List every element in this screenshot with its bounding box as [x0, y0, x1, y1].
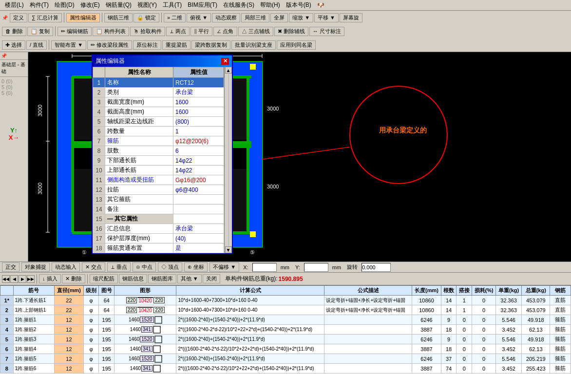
- btn-scale-rebar[interactable]: 缩尺配筋: [90, 274, 118, 283]
- menu-bim[interactable]: BIM应用(T): [185, 1, 220, 9]
- btn-ortho[interactable]: 正交: [2, 262, 19, 272]
- btn-snap[interactable]: 对象捕捉: [21, 262, 50, 272]
- btn-copy[interactable]: 📋 复制: [27, 27, 53, 36]
- btn-point-angle[interactable]: ∠ 点角: [213, 27, 237, 36]
- btn-dynamic-input[interactable]: 动态输入: [52, 262, 80, 272]
- attr-row-value[interactable]: 1: [173, 127, 224, 136]
- attr-row-value[interactable]: φ12@200(6): [173, 136, 224, 146]
- btn-two-point[interactable]: ⊥ 两点: [166, 27, 190, 36]
- btn-batch-id[interactable]: 批量识别梁支座: [231, 40, 276, 50]
- menu-view[interactable]: 视图(Y): [134, 1, 160, 9]
- btn-perpendicular[interactable]: ⊥ 垂点: [107, 262, 131, 272]
- attr-row-value[interactable]: 承台梁: [173, 88, 224, 97]
- nav-first[interactable]: ◀◀: [2, 275, 10, 283]
- attr-table-row[interactable]: 18箍筋贯通布置是: [93, 243, 224, 253]
- menu-draw[interactable]: 绘图(D): [52, 1, 77, 9]
- dialog-scrollbar[interactable]: ▲ ▼: [224, 67, 232, 253]
- btn-screen-rotate[interactable]: 屏幕旋: [340, 13, 362, 22]
- btn-vertex[interactable]: ◇ 顶点: [158, 262, 182, 272]
- attr-table-row[interactable]: 10上部通长筋14φ22: [93, 166, 224, 175]
- layer-select-area[interactable]: 基础层 - 基础: [0, 60, 28, 77]
- btn-select[interactable]: ✚ 选择: [2, 40, 25, 50]
- btn-mod-attr[interactable]: ✏ 修改梁段属性: [87, 40, 132, 50]
- btn-smart-layout[interactable]: 智能布置 ▼: [51, 40, 86, 50]
- attr-row-value[interactable]: 1600: [173, 107, 224, 117]
- scroll-up[interactable]: ▲: [225, 67, 232, 74]
- menu-version[interactable]: 版本号(B): [283, 1, 314, 9]
- btn-orig-note[interactable]: 原位标注: [133, 40, 161, 50]
- rebar-scroll[interactable]: 筋号 直径(mm) 级别 图号 图形 计算公式 公式描述 长度(mm) 根数 搭…: [0, 285, 571, 392]
- btn-pan[interactable]: 平移 ▼: [314, 13, 339, 22]
- btn-lock[interactable]: 🔒 锁定: [133, 13, 159, 22]
- nav-next[interactable]: ▶: [19, 275, 26, 283]
- attr-row-value[interactable]: 14φ22: [173, 156, 224, 166]
- btn-attr-editor[interactable]: 属性编辑器: [66, 13, 100, 22]
- btn-local-3d[interactable]: 局部三维: [241, 13, 269, 22]
- attr-table-row[interactable]: 13其它箍筋: [93, 195, 224, 205]
- y-input[interactable]: [304, 263, 328, 272]
- btn-3d-rebar[interactable]: 钢筋三维: [104, 13, 133, 22]
- attr-row-value[interactable]: [173, 205, 224, 214]
- x-input[interactable]: [252, 263, 277, 272]
- scroll-down[interactable]: ▼: [225, 246, 232, 253]
- rotate-input[interactable]: [362, 263, 391, 272]
- btn-coord[interactable]: ⊕ 坐标: [184, 262, 208, 272]
- btn-dynamic-obs[interactable]: 动态观察: [212, 13, 240, 22]
- attr-table-row[interactable]: 1名称RCT12: [93, 78, 224, 88]
- btn-del-aux[interactable]: ✖ 删除辅线: [274, 27, 308, 36]
- attr-table-row[interactable]: 7箍筋φ12@200(6): [93, 136, 224, 146]
- attr-row-value[interactable]: [173, 195, 224, 205]
- btn-rebar-lib[interactable]: 钢筋图库: [148, 274, 176, 283]
- btn-edit-rebar[interactable]: ✏ 编辑钢筋: [57, 27, 92, 36]
- btn-other[interactable]: 其他 ▼: [177, 274, 202, 283]
- menu-layers[interactable]: 楼层(L): [2, 1, 27, 9]
- btn-fullscreen[interactable]: 全屏: [270, 13, 288, 22]
- btn-three-point[interactable]: △ 三点辅线: [238, 27, 273, 36]
- dialog-close-button[interactable]: ✕: [221, 58, 229, 65]
- btn-dim[interactable]: ↔ 尺寸标注: [309, 27, 344, 36]
- attr-row-value[interactable]: 6: [173, 146, 224, 156]
- attr-table-row[interactable]: 6跨数量1: [93, 127, 224, 136]
- attr-row-value[interactable]: 14φ22: [173, 166, 224, 175]
- attr-row-value[interactable]: (40): [173, 234, 224, 243]
- btn-define[interactable]: 定义: [10, 13, 27, 22]
- attr-table-row[interactable]: 4截面高度(mm)1600: [93, 107, 224, 117]
- attr-row-value[interactable]: 承台梁: [173, 224, 224, 234]
- btn-re-extract[interactable]: 重提梁筋: [162, 40, 190, 50]
- attr-table-row[interactable]: 12拉筋φ6@400: [93, 185, 224, 195]
- btn-apply-same[interactable]: 应用到同名梁: [277, 40, 316, 50]
- attr-table-row[interactable]: 11侧面构造或受扭筋Gφ16@200: [93, 175, 224, 185]
- btn-pick-comp[interactable]: 🖱 拾取构件: [130, 27, 165, 36]
- btn-line[interactable]: / 直线: [26, 40, 47, 50]
- btn-zoom[interactable]: 缩放 ▼: [289, 13, 313, 22]
- rebar-table-row[interactable]: 1*1跨.下通长筋122φ64 220 10420 220 10*d+1600-…: [0, 296, 571, 305]
- rebar-table-row[interactable]: 51跨.箍筋312φ195 1460 1520 2*((1600-2*40)+(…: [0, 335, 571, 344]
- attr-row-value[interactable]: 1600: [173, 97, 224, 107]
- btn-top-view[interactable]: 俯视 ▼: [187, 13, 211, 22]
- attr-row-value[interactable]: (800): [173, 117, 224, 127]
- attr-row-value[interactable]: RCT12: [173, 78, 224, 88]
- attr-table-row[interactable]: 3截面宽度(mm)1600: [93, 97, 224, 107]
- nav-prev[interactable]: ◀: [10, 275, 18, 283]
- attr-table-row[interactable]: 2类别承台梁: [93, 88, 224, 97]
- attr-row-value[interactable]: [173, 214, 224, 224]
- menu-help[interactable]: 帮助(H): [257, 1, 283, 9]
- attr-table-row[interactable]: 15— 其它属性: [93, 214, 224, 224]
- btn-parallel[interactable]: ∥ 平行: [190, 27, 212, 36]
- btn-no-offset[interactable]: 不偏移 ▼: [209, 262, 239, 272]
- attr-row-value[interactable]: 是: [173, 243, 224, 253]
- attr-table-row[interactable]: 17保护层厚度(mm)(40): [93, 234, 224, 243]
- attr-table-row[interactable]: 16汇总信息承台梁: [93, 224, 224, 234]
- rebar-table-row[interactable]: 81跨.箍筋612φ195 1460 341 2*(((1600-2*40-2*…: [0, 364, 571, 373]
- attr-row-value[interactable]: φ6@400: [173, 185, 224, 195]
- btn-sum[interactable]: ∑ 汇总计算: [28, 13, 62, 22]
- nav-last[interactable]: ▶▶: [27, 275, 35, 283]
- btn-rebar-info[interactable]: 钢筋信息: [119, 274, 147, 283]
- dialog-title[interactable]: 属性编辑器 ✕: [93, 56, 232, 67]
- btn-del-row[interactable]: ✕ 删除: [62, 274, 85, 283]
- btn-insert[interactable]: ↓ 插入: [39, 274, 61, 283]
- attr-row-value[interactable]: Gφ16@200: [173, 175, 224, 185]
- btn-intersection[interactable]: ✕ 交点: [82, 262, 105, 272]
- rebar-table-row[interactable]: 41跨.箍筋212φ195 1460 341 2*((1600-2*40-2*d…: [0, 325, 571, 335]
- rebar-table-row[interactable]: 71跨.箍筋512φ195 1460 1520 2*((1600-2*40)+(…: [0, 354, 571, 364]
